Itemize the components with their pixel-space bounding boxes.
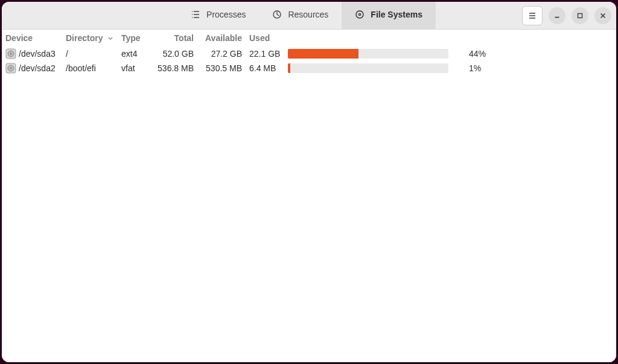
column-label: Directory: [66, 33, 103, 43]
svg-rect-15: [578, 13, 582, 18]
device-name: /dev/sda3: [19, 49, 56, 59]
device-name: /dev/sda2: [19, 63, 56, 73]
column-header-total[interactable]: Total: [149, 30, 197, 46]
resources-icon: [272, 10, 282, 19]
header-bar: Processes Resources: [2, 2, 616, 30]
table-row[interactable]: /dev/sda2/boot/efivfat536.8 MB530.5 MB6.…: [2, 61, 616, 75]
column-header-device[interactable]: Device: [2, 30, 62, 46]
usage-bar: [284, 61, 452, 75]
svg-point-10: [359, 13, 361, 15]
svg-line-8: [277, 14, 279, 16]
total-size: 52.0 GB: [149, 46, 197, 61]
close-button[interactable]: [594, 7, 611, 24]
svg-point-20: [10, 53, 12, 55]
tab-resources[interactable]: Resources: [259, 2, 342, 29]
window: Processes Resources: [2, 2, 616, 362]
tab-processes[interactable]: Processes: [177, 2, 259, 29]
tab-file-systems[interactable]: File Systems: [342, 2, 436, 29]
minimize-button[interactable]: [549, 7, 565, 24]
maximize-button[interactable]: [572, 7, 588, 24]
tab-label: File Systems: [371, 10, 422, 19]
sort-indicator-icon: [107, 33, 113, 43]
filesystems-table: Device Directory Type Total Available Us…: [2, 30, 616, 75]
used-size: 6.4 MB: [246, 61, 284, 75]
processes-icon: [191, 10, 200, 19]
svg-point-9: [356, 11, 363, 18]
view-switcher: Processes Resources: [177, 2, 436, 29]
column-header-type[interactable]: Type: [118, 30, 149, 46]
available-size: 530.5 MB: [197, 61, 246, 75]
svg-point-23: [10, 68, 12, 69]
disk-icon: [5, 48, 16, 59]
mount-directory: /boot/efi: [62, 61, 118, 75]
usage-percent: 1%: [452, 61, 616, 75]
filesystems-icon: [355, 10, 365, 19]
fs-type: vfat: [118, 61, 149, 75]
header-controls: [436, 2, 616, 29]
column-header-directory[interactable]: Directory: [62, 30, 118, 46]
fs-type: ext4: [118, 46, 149, 61]
table-row[interactable]: /dev/sda3/ext452.0 GB27.2 GB22.1 GB44%: [2, 46, 616, 61]
hamburger-menu-button[interactable]: [522, 6, 543, 25]
used-size: 22.1 GB: [246, 46, 284, 61]
tab-label: Processes: [206, 10, 246, 19]
mount-directory: /: [62, 46, 118, 61]
total-size: 536.8 MB: [149, 61, 197, 75]
usage-percent: 44%: [452, 46, 616, 61]
filesystems-table-container: Device Directory Type Total Available Us…: [2, 30, 616, 362]
tab-label: Resources: [288, 10, 328, 19]
disk-icon: [5, 63, 16, 74]
available-size: 27.2 GB: [197, 46, 246, 61]
column-header-available[interactable]: Available: [197, 30, 246, 46]
usage-bar: [284, 46, 452, 61]
column-header-used[interactable]: Used: [246, 30, 284, 46]
